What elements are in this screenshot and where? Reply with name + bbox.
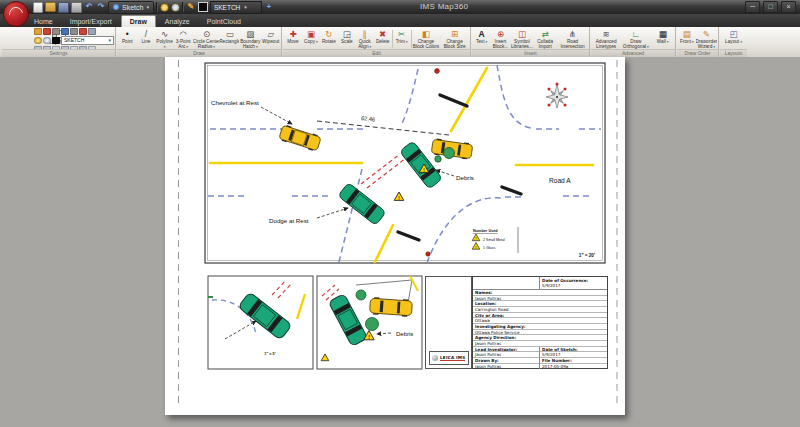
layer-tool-icon[interactable] xyxy=(79,28,87,35)
group-caption: Advanced xyxy=(591,49,675,57)
point-icon: • xyxy=(126,29,129,39)
layer-combo[interactable]: SKETCH ▾ xyxy=(61,36,114,45)
linetypes-icon: ≋ xyxy=(603,29,610,39)
ribbon-button-wipeout[interactable]: ▱Wipeout xyxy=(261,28,280,50)
add-icon[interactable]: + xyxy=(264,2,274,12)
tab-analyze[interactable]: Analyze xyxy=(157,16,198,27)
bulb-on-icon[interactable] xyxy=(160,3,169,12)
ribbon-button-point[interactable]: •Point xyxy=(118,28,137,50)
ribbon-button-line[interactable]: /Line xyxy=(137,28,156,50)
ribbon-button-draworder-wizard[interactable]: ✎Draworder Wizard xyxy=(696,28,717,50)
workflow-dropdown[interactable]: Sketch ▾ xyxy=(108,1,154,14)
current-layer-combo[interactable]: SKETCH ▾ xyxy=(210,1,262,14)
layer-tool-icon[interactable] xyxy=(61,28,69,35)
move-icon: ✚ xyxy=(289,29,296,39)
title-block-table: Date of Occurrence: 5/9/2017 Names: Jaso… xyxy=(472,276,608,369)
layer-tool-icon[interactable] xyxy=(52,28,60,35)
inset1-scene[interactable]: Rest 1" = 5' xyxy=(196,280,305,356)
dimension-line[interactable] xyxy=(317,121,449,135)
ribbon-button-wall[interactable]: ▦Wall xyxy=(651,28,674,50)
field-value: Jason Poltras xyxy=(473,364,539,370)
close-button[interactable]: × xyxy=(781,1,796,13)
group-advanced: ≋Advanced Linetypes ∟Draw Orthogonal ▦Wa… xyxy=(591,27,676,57)
layer-tool-icon[interactable] xyxy=(34,28,42,35)
ribbon-button-draw-orthogonal[interactable]: ∟Draw Orthogonal xyxy=(620,28,651,50)
workflow-dropdown-value: Sketch xyxy=(122,2,143,13)
group-insert: AText ⊕Insert Block... ◫Symbol Libraries… xyxy=(472,27,590,57)
ribbon-button-quick-align[interactable]: ∥Quick Align xyxy=(356,28,374,50)
ribbon-button-insert-block[interactable]: ⊕Insert Block... xyxy=(490,28,511,50)
gear-icon xyxy=(113,4,119,10)
label-measurement[interactable]: 62.46 xyxy=(361,115,376,122)
ribbon-button-3-point-arc[interactable]: ◠3-Point Arc xyxy=(174,28,193,50)
layer-tool-icon[interactable] xyxy=(88,28,96,35)
car-dodge[interactable] xyxy=(338,183,386,226)
label-debris[interactable]: Debris xyxy=(456,174,474,181)
chevron-down-icon: ▾ xyxy=(146,2,149,13)
ribbon-button-collada-import[interactable]: ⇄Collada Import xyxy=(533,28,557,50)
ribbon-button-road-intersection-wizard[interactable]: ⋔Road Intersection Wizard xyxy=(557,28,588,50)
minimize-button[interactable]: ─ xyxy=(745,1,760,13)
tab-pointcloud[interactable]: PointCloud xyxy=(199,16,249,27)
ribbon-button-delete[interactable]: ✖Delete xyxy=(374,28,392,50)
paper-sheet[interactable]: ! ! Number Us xyxy=(165,57,625,415)
text-icon: A xyxy=(479,29,485,39)
ribbon-button-layout[interactable]: ◰Layout xyxy=(721,28,746,50)
layer-visibility-icon[interactable] xyxy=(34,37,42,44)
tab-draw[interactable]: Draw xyxy=(121,15,156,27)
title-block-empty-cell xyxy=(473,277,540,289)
maximize-button[interactable]: □ xyxy=(763,1,778,13)
ribbon-button-rotate[interactable]: ↻Rotate xyxy=(320,28,338,50)
ribbon-button-symbol-libraries[interactable]: ◫Symbol Libraries... xyxy=(511,28,533,50)
ribbon-button-change-block-colors[interactable]: ◧Change Block Colors xyxy=(412,28,441,50)
inset2-scene[interactable]: ! Debris xyxy=(321,285,413,361)
ribbon-button-front[interactable]: ▤Front xyxy=(678,28,696,50)
tab-import-export[interactable]: Import/Export xyxy=(62,16,120,27)
title-bar: ↶ ↷ Sketch ▾ ✎ SKETCH ▾ + IMS Map360 ─ □… xyxy=(0,0,800,14)
car-chevrolet[interactable] xyxy=(278,124,321,152)
layer-freeze-icon[interactable] xyxy=(43,37,51,44)
bulb-off-icon[interactable] xyxy=(171,3,180,12)
svg-text:!: ! xyxy=(475,237,476,241)
ribbon-button-rectangle[interactable]: ▭Rectangle xyxy=(220,28,239,50)
pencil-icon[interactable]: ✎ xyxy=(186,2,196,12)
leica-mark-icon xyxy=(432,355,438,361)
ribbon-button-circle-center-radius[interactable]: ⊙Circle Center Radius xyxy=(193,28,221,50)
title-block-logo-cell: LEICA IMS xyxy=(425,276,472,369)
inset1-scale: 1" = 5' xyxy=(264,352,275,356)
ribbon-button-change-block-size[interactable]: ⊞Change Block Size xyxy=(440,28,469,50)
project-icon[interactable] xyxy=(71,2,82,13)
scale-icon: ◲ xyxy=(343,29,351,39)
label-chevrolet[interactable]: Chevrolet at Rest xyxy=(211,99,259,106)
label-road-a[interactable]: Road A xyxy=(549,177,571,184)
group-caption: Layouts xyxy=(720,49,747,57)
save-icon[interactable] xyxy=(58,2,69,13)
label-dodge[interactable]: Dodge at Rest xyxy=(269,217,309,224)
artifact-legend[interactable]: Number Used ! 2 Small Metal ! 1 Glass xyxy=(472,227,518,253)
wall-icon: ▦ xyxy=(659,29,667,39)
ribbon-button-scale[interactable]: ◲Scale xyxy=(338,28,356,50)
layer-color-swatch[interactable] xyxy=(52,37,60,44)
layer-tool-icon[interactable] xyxy=(43,28,51,35)
ribbon-button-polyline[interactable]: ∿Polyline xyxy=(155,28,174,50)
quick-access-toolbar: ↶ ↷ Sketch ▾ ✎ SKETCH ▾ + xyxy=(33,1,274,13)
title-block[interactable]: LEICA IMS Date of Occurrence: 5/9/2017 N… xyxy=(425,276,608,369)
open-file-icon[interactable] xyxy=(45,2,56,12)
ribbon-button-copy[interactable]: ▣Copy xyxy=(302,28,320,50)
group-draw-order: ▤Front ✎Draworder Wizard Draw Order xyxy=(677,27,719,57)
ribbon: Layers... SKETCH ▾ xyxy=(0,27,800,58)
new-file-icon[interactable] xyxy=(33,2,43,13)
layer-tool-icon[interactable] xyxy=(70,28,78,35)
ribbon-button-boundary-hatch[interactable]: ▨Boundary Hatch xyxy=(239,28,261,50)
ribbon-button-advanced-linetypes[interactable]: ≋Advanced Linetypes xyxy=(592,28,620,50)
north-arrow[interactable] xyxy=(544,83,569,110)
current-color-swatch[interactable] xyxy=(198,2,208,12)
redo-icon[interactable]: ↷ xyxy=(96,2,106,12)
tab-home[interactable]: Home xyxy=(26,16,61,27)
ribbon-button-trim[interactable]: ✂Trim xyxy=(393,28,411,50)
tire-marks[interactable] xyxy=(361,154,406,188)
app-logo[interactable] xyxy=(3,1,29,27)
ribbon-button-text[interactable]: AText xyxy=(473,28,490,50)
undo-icon[interactable]: ↶ xyxy=(84,2,94,12)
ribbon-button-move[interactable]: ✚Move xyxy=(284,28,302,50)
